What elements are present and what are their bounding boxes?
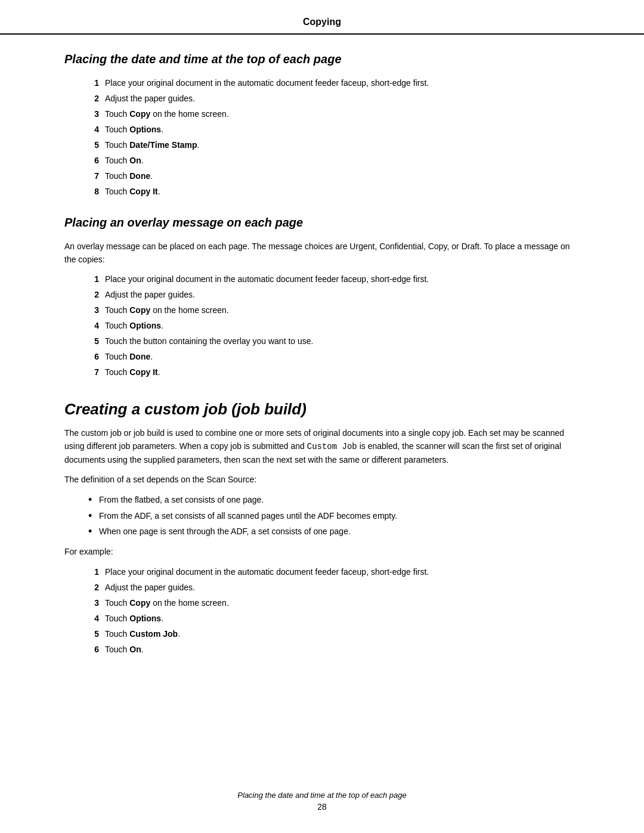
section3-steps: 1 Place your original document in the au…: [82, 566, 580, 656]
list-item: 5 Touch Custom Job.: [82, 628, 580, 640]
list-item: 7 Touch Done.: [82, 170, 580, 182]
footer-caption: Placing the date and time at the top of …: [0, 791, 644, 800]
section3: Creating a custom job (job build) The cu…: [64, 400, 580, 655]
list-item: 3 Touch Copy on the home screen.: [82, 108, 580, 120]
page-header: Copying: [0, 0, 644, 35]
page-footer: Placing the date and time at the top of …: [0, 791, 644, 812]
list-item: 1 Place your original document in the au…: [82, 273, 580, 286]
list-item: 3 Touch Copy on the home screen.: [82, 304, 580, 317]
list-item: 1 Place your original document in the au…: [82, 77, 580, 89]
page-content: Placing the date and time at the top of …: [0, 52, 644, 656]
section3-bullets: • From the flatbed, a set consists of on…: [88, 494, 580, 538]
list-item: 4 Touch Options.: [82, 612, 580, 625]
section3-intro2: The definition of a set depends on the S…: [64, 473, 580, 487]
section3-title: Creating a custom job (job build): [64, 400, 580, 419]
section3-intro1: The custom job or job build is used to c…: [64, 427, 580, 466]
list-item: 6 Touch On.: [82, 154, 580, 167]
list-item: • When one page is sent through the ADF,…: [88, 525, 580, 538]
section2-intro: An overlay message can be placed on each…: [64, 240, 580, 266]
list-item: 4 Touch Options.: [82, 320, 580, 332]
list-item: • From the flatbed, a set consists of on…: [88, 494, 580, 507]
section3-intro3: For example:: [64, 546, 580, 559]
list-item: 8 Touch Copy It.: [82, 185, 580, 198]
list-item: 6 Touch On.: [82, 643, 580, 656]
section2-title: Placing an overlay message on each page: [64, 216, 580, 230]
header-title: Copying: [303, 17, 341, 27]
list-item: 2 Adjust the paper guides.: [82, 289, 580, 301]
list-item: 1 Place your original document in the au…: [82, 566, 580, 578]
list-item: 4 Touch Options.: [82, 123, 580, 136]
list-item: 5 Touch the button containing the overla…: [82, 335, 580, 348]
list-item: • From the ADF, a set consists of all sc…: [88, 510, 580, 523]
list-item: 5 Touch Date/Time Stamp.: [82, 139, 580, 151]
section1-steps: 1 Place your original document in the au…: [82, 77, 580, 198]
section2-steps: 1 Place your original document in the au…: [82, 273, 580, 379]
list-item: 7 Touch Copy It.: [82, 366, 580, 379]
page: Copying Placing the date and time at the…: [0, 0, 644, 833]
section2: Placing an overlay message on each page …: [64, 216, 580, 379]
list-item: 2 Adjust the paper guides.: [82, 92, 580, 105]
section1-title: Placing the date and time at the top of …: [64, 52, 580, 66]
footer-page-number: 28: [0, 802, 644, 812]
list-item: 6 Touch Done.: [82, 351, 580, 363]
list-item: 2 Adjust the paper guides.: [82, 581, 580, 594]
list-item: 3 Touch Copy on the home screen.: [82, 597, 580, 609]
section1: Placing the date and time at the top of …: [64, 52, 580, 198]
